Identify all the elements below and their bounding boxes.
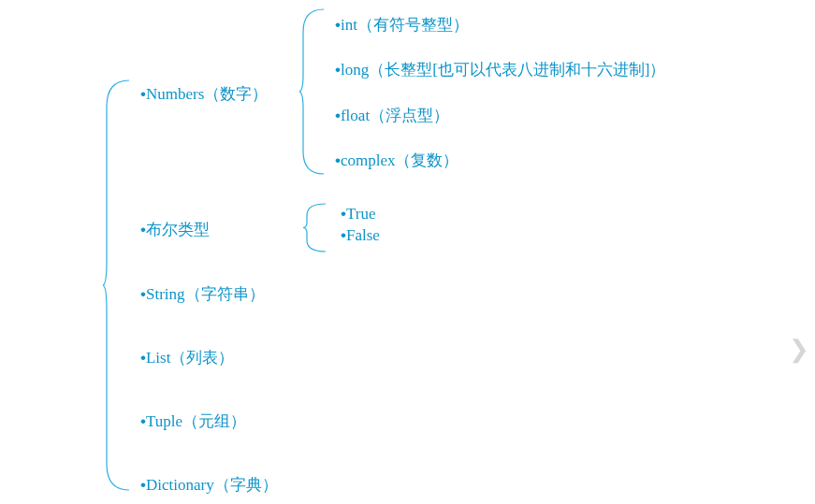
boolean-bracket — [303, 202, 327, 253]
numbers-child-complex: •complex（复数） — [335, 150, 459, 171]
child-label: long（长整型[也可以代表八进制和十六进制]） — [341, 61, 666, 79]
category-label: List（列表） — [146, 349, 234, 367]
category-string: •String（字符串） — [140, 283, 265, 305]
category-tuple: •Tuple（元组） — [140, 410, 246, 432]
numbers-child-int: •int（有符号整型） — [335, 14, 469, 36]
chevron-right-icon[interactable]: ❯ — [789, 335, 809, 364]
child-label: float（浮点型） — [341, 107, 449, 124]
type-hierarchy-diagram: •Numbers（数字） •布尔类型 •String（字符串） •List（列表… — [0, 0, 815, 504]
category-list: •List（列表） — [140, 347, 234, 368]
child-label: complex（复数） — [341, 151, 459, 169]
category-numbers: •Numbers（数字） — [140, 83, 268, 105]
category-dictionary: •Dictionary（字典） — [140, 474, 278, 496]
category-label: 布尔类型 — [146, 221, 210, 238]
category-label: String（字符串） — [146, 285, 265, 303]
category-boolean: •布尔类型 — [140, 219, 210, 240]
category-label: Numbers（数字） — [146, 85, 268, 103]
category-label: Dictionary（字典） — [146, 476, 278, 494]
numbers-child-float: •float（浮点型） — [335, 105, 449, 126]
numbers-child-long: •long（长整型[也可以代表八进制和十六进制]） — [335, 59, 666, 80]
boolean-child-false: •False — [341, 226, 380, 245]
main-bracket — [103, 79, 131, 492]
child-label: int（有符号整型） — [341, 16, 469, 34]
category-label: Tuple（元组） — [146, 412, 246, 430]
numbers-bracket — [299, 7, 326, 176]
child-label: True — [346, 205, 376, 223]
child-label: False — [346, 226, 380, 244]
boolean-child-true: •True — [341, 205, 375, 223]
